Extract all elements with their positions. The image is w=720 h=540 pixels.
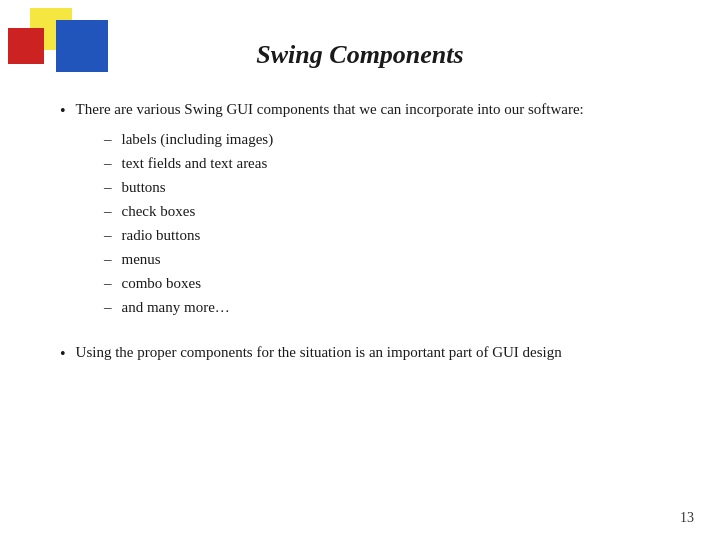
dash-2: –: [104, 175, 112, 199]
sub-item-1: – text fields and text areas: [104, 151, 670, 175]
bullet-main-2: • Using the proper components for the si…: [60, 341, 670, 366]
dash-6: –: [104, 271, 112, 295]
sub-item-label-1: text fields and text areas: [122, 151, 268, 175]
bullet-main-text-2: Using the proper components for the situ…: [76, 341, 562, 364]
content-area: • There are various Swing GUI components…: [50, 98, 670, 510]
bullet-dot-2: •: [60, 342, 66, 366]
slide-content: Swing Components • There are various Swi…: [0, 0, 720, 540]
bullet-dot-1: •: [60, 99, 66, 123]
sub-item-6: – combo boxes: [104, 271, 670, 295]
sub-item-label-2: buttons: [122, 175, 166, 199]
sub-list-1: – labels (including images) – text field…: [104, 127, 670, 319]
bullet-section-1: • There are various Swing GUI components…: [60, 98, 670, 319]
slide-title: Swing Components: [50, 40, 670, 70]
dash-1: –: [104, 151, 112, 175]
sub-item-3: – check boxes: [104, 199, 670, 223]
sub-item-0: – labels (including images): [104, 127, 670, 151]
dash-3: –: [104, 199, 112, 223]
sub-item-5: – menus: [104, 247, 670, 271]
dash-4: –: [104, 223, 112, 247]
sub-item-label-7: and many more…: [122, 295, 230, 319]
bullet-main-text-1: There are various Swing GUI components t…: [76, 98, 584, 121]
bullet-main-1: • There are various Swing GUI components…: [60, 98, 670, 123]
sub-item-4: – radio buttons: [104, 223, 670, 247]
page-number: 13: [680, 510, 694, 526]
dash-0: –: [104, 127, 112, 151]
dash-5: –: [104, 247, 112, 271]
sub-item-label-3: check boxes: [122, 199, 196, 223]
dash-7: –: [104, 295, 112, 319]
sub-item-label-6: combo boxes: [122, 271, 202, 295]
sub-item-label-4: radio buttons: [122, 223, 201, 247]
bullet-section-2: • Using the proper components for the si…: [60, 341, 670, 370]
sub-item-7: – and many more…: [104, 295, 670, 319]
sub-item-2: – buttons: [104, 175, 670, 199]
sub-item-label-0: labels (including images): [122, 127, 274, 151]
sub-item-label-5: menus: [122, 247, 161, 271]
